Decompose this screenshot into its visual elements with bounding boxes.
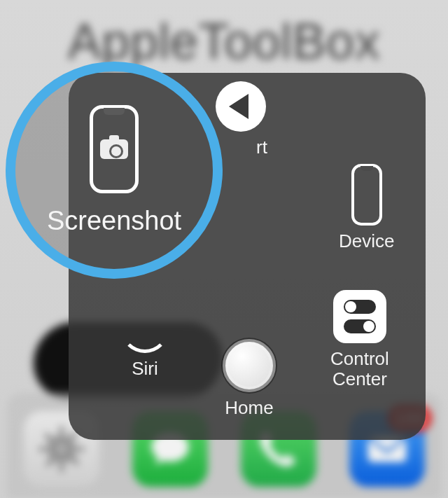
menu-item-restart[interactable]: rt — [214, 81, 267, 158]
menu-item-control-center[interactable]: Control Center — [330, 290, 389, 389]
menu-item-label: rt — [256, 137, 267, 158]
svg-rect-7 — [71, 457, 79, 465]
restart-icon — [216, 81, 266, 132]
background-title-text: AppleToolBox — [0, 13, 448, 70]
menu-item-label: Control Center — [330, 349, 389, 389]
menu-item-home[interactable]: Home — [223, 339, 276, 418]
screenshot-stage: AppleToolBox — [0, 0, 448, 498]
toggle-off-icon — [344, 300, 376, 314]
svg-rect-5 — [77, 447, 84, 451]
svg-rect-9 — [46, 459, 53, 466]
svg-point-0 — [50, 437, 74, 461]
control-center-icon — [333, 290, 386, 343]
svg-rect-2 — [59, 427, 64, 434]
menu-item-label: Home — [225, 398, 273, 418]
menu-item-label: Siri — [132, 359, 158, 379]
device-icon — [351, 164, 382, 226]
menu-item-siri[interactable]: Siri — [120, 304, 169, 379]
assistive-touch-menu: rt Device Control Center Siri Home — [69, 73, 426, 440]
svg-rect-4 — [38, 447, 46, 451]
siri-icon — [120, 304, 169, 353]
svg-rect-3 — [59, 464, 64, 471]
menu-item-device[interactable]: Device — [339, 164, 394, 251]
toggle-on-icon — [344, 319, 376, 333]
svg-point-1 — [55, 443, 67, 455]
home-icon — [223, 339, 276, 392]
svg-rect-6 — [43, 433, 51, 441]
menu-item-label: Device — [339, 231, 394, 251]
